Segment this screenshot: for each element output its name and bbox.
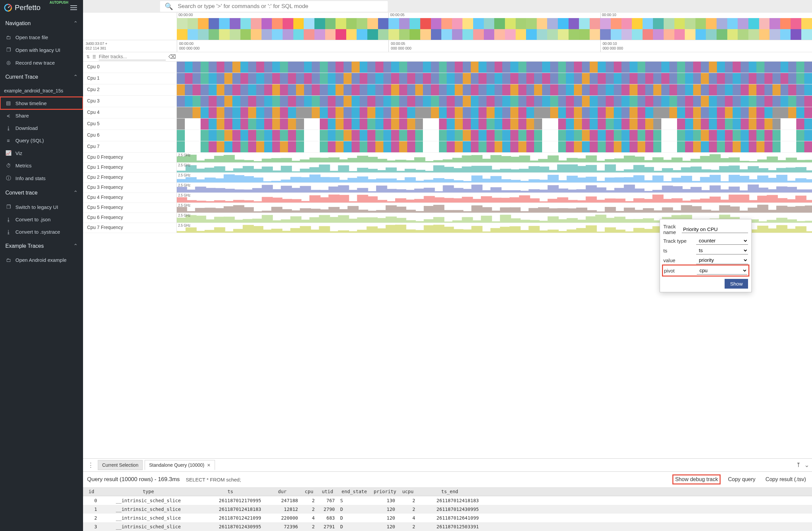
switch-legacy[interactable]: ❐Switch to legacy UI bbox=[0, 201, 83, 213]
close-icon[interactable]: ✕ bbox=[207, 463, 211, 468]
ts-select[interactable]: ts bbox=[696, 247, 748, 254]
col-ts[interactable]: ts bbox=[197, 487, 264, 496]
col-id[interactable]: id bbox=[83, 487, 100, 496]
track-data[interactable]: 2.5 GHz bbox=[177, 183, 812, 192]
cpu-track-row[interactable]: Cpu 1 bbox=[83, 73, 812, 84]
freq-track-row[interactable]: Cpu 1 Frequency2.5 GHz bbox=[83, 163, 812, 173]
search-icon: 🔍 bbox=[165, 2, 173, 10]
freq-track-row[interactable]: Cpu 3 Frequency2.5 GHz bbox=[83, 183, 812, 193]
speed-icon: ⏱ bbox=[5, 163, 11, 168]
info-stats[interactable]: ⓘInfo and stats bbox=[0, 172, 83, 185]
cell-dur: 12812 bbox=[264, 505, 301, 514]
freq-track-row[interactable]: Cpu 2 Frequency2.5 GHz bbox=[83, 173, 812, 183]
col-ts_end[interactable]: ts_end bbox=[418, 487, 481, 496]
col-priority[interactable]: priority bbox=[371, 487, 398, 496]
col-end_state[interactable]: end_state bbox=[337, 487, 371, 496]
tabs-menu-icon[interactable]: ⋮ bbox=[86, 461, 96, 469]
track-data[interactable] bbox=[177, 84, 812, 95]
table-row[interactable]: 2__intrinsic_sched_slice2611870124210992… bbox=[83, 514, 812, 522]
example-title: Example Traces bbox=[5, 243, 44, 249]
col-type[interactable]: type bbox=[100, 487, 197, 496]
show-timeline[interactable]: ▤Show timeline bbox=[0, 97, 83, 109]
freq-track-row[interactable]: Cpu 4 Frequency2.5 GHz bbox=[83, 193, 812, 203]
convert-json[interactable]: ⭳Convert to .json bbox=[0, 213, 83, 226]
show-debug-track-button[interactable]: Show debug track bbox=[673, 475, 720, 484]
track-name-input[interactable] bbox=[682, 226, 748, 233]
show-timeline-label: Show timeline bbox=[15, 101, 46, 106]
track-data[interactable]: 2.5 GHz bbox=[177, 193, 812, 203]
freq-track-row[interactable]: Cpu 5 Frequency2.5 GHz bbox=[83, 203, 812, 213]
track-data[interactable] bbox=[177, 130, 812, 141]
tracks-area[interactable]: Cpu 0Cpu 1Cpu 2Cpu 3Cpu 4Cpu 5Cpu 6Cpu 7… bbox=[83, 62, 812, 458]
list-icon[interactable]: ☰ bbox=[92, 55, 96, 59]
copy-query-button[interactable]: Copy query bbox=[726, 475, 757, 484]
cell-cpu: 2 bbox=[301, 522, 317, 531]
track-data[interactable] bbox=[177, 107, 812, 118]
cell-utid: 683 bbox=[317, 514, 337, 522]
search-input[interactable] bbox=[178, 3, 383, 10]
viz[interactable]: 📈Viz bbox=[0, 147, 83, 159]
copy-result-button[interactable]: Copy result (.tsv) bbox=[764, 475, 808, 484]
chevron-down-icon[interactable]: ⌄ bbox=[804, 461, 809, 469]
time-axis[interactable]: 3d00:33:07 +012 114 381 00:00:00000 000 … bbox=[83, 40, 812, 52]
query-sql[interactable]: ≡Query (SQL) bbox=[0, 134, 83, 147]
collapse-up-icon[interactable]: ⤒ bbox=[796, 461, 801, 469]
example-header[interactable]: Example Traces ⌃ bbox=[0, 238, 83, 254]
share[interactable]: ⪪Share bbox=[0, 109, 83, 122]
show-button[interactable]: Show bbox=[725, 279, 748, 289]
nav-section-header[interactable]: Navigation ⌃ bbox=[0, 15, 83, 31]
minimap[interactable]: 00:00:0000:00:0500:00:10 bbox=[83, 13, 812, 40]
track-data[interactable]: 2.5 GHz bbox=[177, 173, 812, 182]
track-label: Cpu 6 bbox=[83, 130, 177, 141]
database-icon: ≡ bbox=[5, 137, 11, 143]
value-select[interactable]: priority bbox=[696, 256, 748, 264]
track-label: Cpu 3 bbox=[83, 96, 177, 107]
cpu-track-row[interactable]: Cpu 3 bbox=[83, 96, 812, 107]
track-label: Cpu 4 Frequency bbox=[83, 193, 177, 203]
clear-filter-icon[interactable]: ⌫ bbox=[169, 54, 176, 60]
cpu-track-row[interactable]: Cpu 4 bbox=[83, 107, 812, 119]
current-trace-header[interactable]: Current Trace ⌃ bbox=[0, 69, 83, 85]
convert-header[interactable]: Convert trace ⌃ bbox=[0, 185, 83, 201]
download[interactable]: ⭳Download bbox=[0, 122, 83, 134]
search-box[interactable]: 🔍 bbox=[160, 1, 388, 12]
table-row[interactable]: 0__intrinsic_sched_slice2611870121709952… bbox=[83, 496, 812, 505]
svg-line-1 bbox=[8, 6, 10, 8]
open-legacy-ui[interactable]: ❐Open with legacy UI bbox=[0, 44, 83, 56]
sort-icon[interactable]: ⇅ bbox=[86, 55, 90, 59]
open-trace-file[interactable]: 🗀Open trace file bbox=[0, 31, 83, 44]
col-utid[interactable]: utid bbox=[317, 487, 337, 496]
col-cpu[interactable]: cpu bbox=[301, 487, 317, 496]
table-row[interactable]: 1__intrinsic_sched_slice2611870124181831… bbox=[83, 505, 812, 514]
table-row[interactable]: 3__intrinsic_sched_slice2611870124309957… bbox=[83, 522, 812, 531]
bottom-tabs: ⋮ Current Selection Standalone Query (10… bbox=[83, 459, 812, 472]
cpu-track-row[interactable]: Cpu 5 bbox=[83, 119, 812, 130]
track-type-select[interactable]: counter bbox=[696, 237, 748, 245]
track-data[interactable] bbox=[177, 141, 812, 152]
cpu-track-row[interactable]: Cpu 7 bbox=[83, 141, 812, 153]
col-ucpu[interactable]: ucpu bbox=[398, 487, 418, 496]
track-data[interactable]: 2.5 GHz bbox=[177, 203, 812, 212]
cpu-track-row[interactable]: Cpu 2 bbox=[83, 84, 812, 96]
tab-standalone-query[interactable]: Standalone Query (10000)✕ bbox=[145, 460, 215, 470]
track-data[interactable] bbox=[177, 73, 812, 84]
cpu-track-row[interactable]: Cpu 6 bbox=[83, 130, 812, 141]
metrics[interactable]: ⏱Metrics bbox=[0, 159, 83, 172]
col-dur[interactable]: dur bbox=[264, 487, 301, 496]
popover-tracktype-label: Track type bbox=[663, 238, 694, 244]
filter-tracks-input[interactable] bbox=[99, 53, 166, 60]
track-data[interactable] bbox=[177, 119, 812, 130]
record-trace[interactable]: ◎Record new trace bbox=[0, 56, 83, 69]
open-android-example[interactable]: 🗀Open Android example bbox=[0, 254, 83, 266]
track-data[interactable]: 2.5 GHz bbox=[177, 163, 812, 173]
hamburger-menu[interactable] bbox=[68, 3, 79, 12]
convert-systrace[interactable]: ⭳Convert to .systrace bbox=[0, 226, 83, 238]
track-data[interactable] bbox=[177, 62, 812, 73]
track-data[interactable]: 2.5 GHz bbox=[177, 153, 812, 162]
cpu-track-row[interactable]: Cpu 0 bbox=[83, 62, 812, 73]
tab-current-selection[interactable]: Current Selection bbox=[98, 460, 143, 470]
freq-track-row[interactable]: Cpu 0 Frequency2.5 GHz bbox=[83, 153, 812, 163]
track-data[interactable] bbox=[177, 96, 812, 107]
download-icon: ⭳ bbox=[5, 229, 11, 235]
pivot-select[interactable]: cpu bbox=[697, 266, 748, 275]
